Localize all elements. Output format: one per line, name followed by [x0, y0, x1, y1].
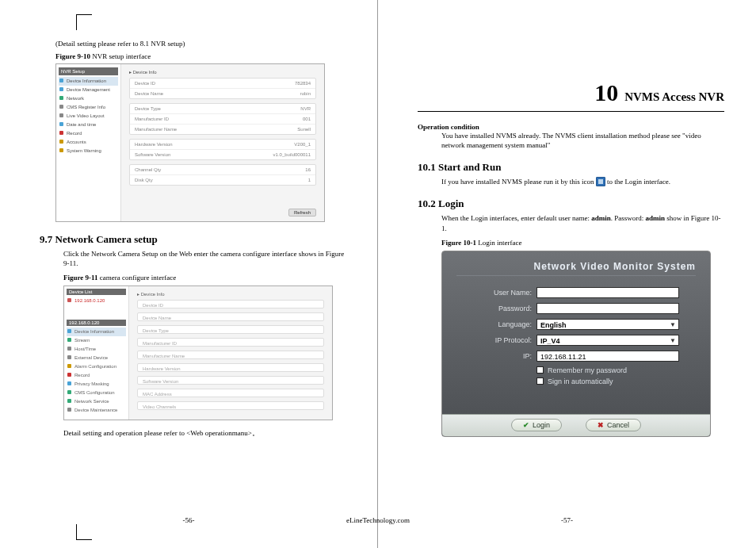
info-line: Video Channels: [137, 401, 324, 410]
chapter-header: 10 NVMS Access NVR: [418, 79, 724, 106]
heading-9-7: 9.7 Network Camera setup: [40, 233, 346, 246]
sidebar-item[interactable]: Accounts: [59, 138, 118, 147]
nvms-desktop-icon: [596, 177, 605, 186]
sidebar-item[interactable]: External Device: [67, 354, 126, 362]
fig911-subheader: 192.168.0.120: [67, 320, 126, 326]
section-9-7-body: Click the Network Camera Setup on the We…: [63, 249, 346, 268]
heading-10-1: 10.1 Start and Run: [418, 161, 724, 174]
info-line: Device Name: [137, 312, 324, 321]
sidebar-item[interactable]: Host/Time: [67, 345, 126, 354]
refresh-button[interactable]: Refresh: [288, 209, 316, 217]
fig911-sidebar-header: Device List: [67, 289, 126, 295]
ip-label: IP:: [473, 352, 532, 360]
password-input[interactable]: [536, 303, 679, 314]
info-row: Disk Qty1: [130, 174, 315, 185]
ip-protocol-select[interactable]: IP_V4: [536, 335, 679, 346]
figure-9-11-caption: Figure 9-11 camera configure interface: [63, 273, 346, 282]
page-number-56: -56-: [183, 516, 195, 524]
sidebar-item[interactable]: Alarm Configuration: [67, 362, 126, 371]
info-line: Manufacturer Name: [137, 351, 324, 359]
figure-10-1-login-dialog: Network Video Monitor System User Name: …: [441, 251, 711, 437]
language-label: Language:: [473, 320, 532, 328]
remember-password-checkbox[interactable]: Remember my password: [536, 366, 679, 374]
section-10-1-body: If you have installed NVMS please run it…: [441, 177, 724, 186]
fig910-sidebar: NVR Setup Device InformationDevice Manag…: [56, 64, 121, 221]
fig911-sidebar: Device List 192.168.0.120 192.168.0.120 …: [64, 286, 129, 420]
sidebar-item[interactable]: Network: [59, 94, 118, 103]
info-line: Device Type: [137, 325, 324, 334]
sidebar-item[interactable]: Device Management: [59, 86, 118, 94]
info-line: Hardware Version: [137, 363, 324, 372]
info-line: Device ID: [137, 300, 324, 308]
info-row: Manufacturer NameSunell: [130, 124, 315, 134]
info-line: Manufacturer ID: [137, 338, 324, 347]
section-10-2-body: When the Login interfaces, enter default…: [441, 213, 724, 232]
info-line: Software Version: [137, 376, 324, 385]
operation-condition-body: You have installed NVMS already. The NVM…: [441, 131, 724, 150]
checkbox-icon: [536, 366, 544, 374]
auto-signin-checkbox[interactable]: Sign in automatically: [536, 377, 679, 385]
fig911-ip-item: 192.168.0.120: [67, 297, 126, 305]
info-line: MAC Address: [137, 389, 324, 397]
sidebar-item[interactable]: Date and time: [59, 121, 118, 129]
username-input[interactable]: [536, 287, 679, 298]
login-title: Network Video Monitor System: [456, 261, 696, 276]
chapter-title: NVMS Access NVR: [624, 90, 724, 104]
sidebar-item[interactable]: Live Video Layout: [59, 112, 118, 121]
info-row: Software Versionv1.0_build000011: [130, 149, 315, 159]
checkbox-icon: [536, 377, 544, 385]
sidebar-item[interactable]: Record: [67, 371, 126, 380]
info-row: Manufacturer ID001: [130, 113, 315, 124]
info-row: Device ID782834: [130, 79, 315, 88]
sidebar-item[interactable]: CMS Register Info: [59, 103, 118, 112]
crop-mark: [76, 14, 92, 30]
check-icon: ✔: [523, 421, 529, 429]
heading-10-2: 10.2 Login: [418, 197, 724, 210]
figure-9-10: NVR Setup Device InformationDevice Manag…: [55, 63, 325, 222]
sidebar-item[interactable]: Record: [59, 129, 118, 138]
info-row: Device TypeNVR: [130, 104, 315, 113]
fig911-main: Device Info Device IDDevice NameDevice T…: [129, 286, 332, 420]
sidebar-item[interactable]: Privacy Masking: [67, 380, 126, 389]
sidebar-item[interactable]: CMS Configuration: [67, 389, 126, 397]
close-icon: ✖: [598, 421, 604, 429]
login-button[interactable]: ✔Login: [511, 419, 562, 431]
sidebar-item[interactable]: Network Service: [67, 397, 126, 406]
language-select[interactable]: English: [536, 319, 679, 330]
page-57: 10 NVMS Access NVR Operation condition Y…: [378, 0, 756, 548]
info-row: Device Namerobin: [130, 88, 315, 98]
page-number-57: -57-: [561, 516, 573, 524]
figure-10-1-caption: Figure 10-1 Login interface: [441, 238, 724, 247]
footer-url: eLineTechnology.com: [346, 516, 410, 524]
sidebar-item[interactable]: Stream: [67, 336, 126, 345]
fig911-breadcrumb: Device Info: [137, 291, 324, 297]
fig910-main: Device Info Device ID782834Device Namero…: [121, 64, 324, 221]
chapter-number: 10: [594, 79, 618, 106]
page-56: (Detail setting please refer to 8.1 NVR …: [0, 0, 378, 548]
sidebar-item[interactable]: Device Information: [67, 328, 126, 336]
fig910-breadcrumb: Device Info: [129, 69, 316, 75]
chapter-rule: [418, 111, 724, 112]
fig910-sidebar-header: NVR Setup: [59, 67, 118, 75]
figure-9-11: Device List 192.168.0.120 192.168.0.120 …: [63, 285, 333, 420]
sidebar-item[interactable]: System Warning: [59, 147, 118, 155]
detail-note: Detail setting and operation please refe…: [63, 428, 346, 438]
figure-9-10-caption: Figure 9-10 NVR setup interface: [55, 52, 346, 60]
ip-input[interactable]: 192.168.11.21: [536, 351, 679, 362]
sidebar-item[interactable]: Device Information: [59, 77, 118, 86]
detail-ref-text: (Detail setting please refer to 8.1 NVR …: [55, 40, 346, 48]
crop-mark: [76, 524, 92, 540]
ip-protocol-label: IP Protocol:: [473, 336, 532, 344]
username-label: User Name:: [473, 289, 532, 297]
info-row: Hardware VersionV200_1: [130, 140, 315, 149]
sidebar-item[interactable]: Device Maintenance: [67, 406, 126, 415]
password-label: Password:: [473, 305, 532, 312]
operation-condition-heading: Operation condition: [418, 123, 724, 131]
cancel-button[interactable]: ✖Cancel: [586, 419, 641, 431]
info-row: Channel Qty16: [130, 165, 315, 174]
